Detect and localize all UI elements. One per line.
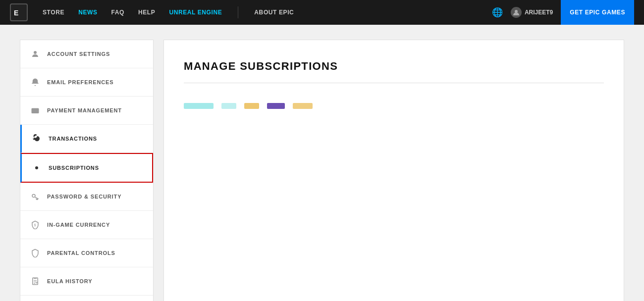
loading-bar-2 xyxy=(221,103,236,109)
page-title: MANAGE SUBSCRIPTIONS xyxy=(184,60,604,73)
svg-text:E: E xyxy=(14,9,18,17)
globe-icon[interactable]: 🌐 xyxy=(492,7,503,18)
get-epic-button[interactable]: GET EPIC GAMES xyxy=(561,0,634,25)
sidebar-item-subscriptions[interactable]: SUBSCRIPTIONS xyxy=(20,153,153,183)
nav-about-epic[interactable]: ABOUT EPIC xyxy=(254,9,294,16)
main-layout: ACCOUNT SETTINGS EMAIL PREFERENCES PAYME… xyxy=(0,25,644,301)
history-icon xyxy=(32,134,42,144)
loading-bar-1 xyxy=(184,103,214,109)
nav-unreal-engine[interactable]: UNREAL ENGINE xyxy=(169,9,222,16)
bell-icon xyxy=(30,77,40,87)
main-content: MANAGE SUBSCRIPTIONS xyxy=(163,40,624,301)
nav-divider xyxy=(238,6,238,18)
clipboard-icon xyxy=(30,276,40,286)
loading-bar-4 xyxy=(267,103,285,109)
wallet-icon xyxy=(30,105,40,115)
shield-dollar-icon: $ xyxy=(30,220,40,230)
nav-help[interactable]: HELP xyxy=(138,9,155,16)
sidebar-item-email-preferences[interactable]: EMAIL PREFERENCES xyxy=(20,68,153,97)
loading-bar-3 xyxy=(244,103,259,109)
sidebar-item-account-settings[interactable]: ACCOUNT SETTINGS xyxy=(20,40,153,68)
nav-store[interactable]: STORE xyxy=(43,9,64,16)
sidebar: ACCOUNT SETTINGS EMAIL PREFERENCES PAYME… xyxy=(20,40,154,301)
sidebar-item-parental-controls[interactable]: PARENTAL CONTROLS xyxy=(20,239,153,267)
username: ARIJEET9 xyxy=(525,9,553,16)
nav-news[interactable]: NEWS xyxy=(78,9,97,16)
nav-faq[interactable]: FAQ xyxy=(111,9,124,16)
sidebar-item-in-game-currency[interactable]: $ IN-GAME CURRENCY xyxy=(20,211,153,239)
loading-bars xyxy=(184,103,604,109)
sidebar-item-apps-accounts[interactable]: APPS AND ACCOUNTS xyxy=(20,296,153,301)
user-area[interactable]: ARIJEET9 xyxy=(511,7,553,18)
sidebar-item-payment-management[interactable]: PAYMENT MANAGEMENT xyxy=(20,97,153,125)
svg-rect-4 xyxy=(36,111,38,112)
epic-logo[interactable]: E xyxy=(10,3,28,21)
topnav: E STORE NEWS FAQ HELP UNREAL ENGINE ABOU… xyxy=(0,0,644,25)
loading-bar-5 xyxy=(293,103,313,109)
svg-point-6 xyxy=(32,195,35,198)
sidebar-item-password-security[interactable]: PASSWORD & SECURITY xyxy=(20,183,153,211)
svg-point-2 xyxy=(34,51,37,54)
shield-icon xyxy=(30,248,40,258)
svg-point-5 xyxy=(35,166,38,169)
sidebar-item-eula-history[interactable]: EULA HISTORY xyxy=(20,267,153,296)
nav-links: STORE NEWS FAQ HELP UNREAL ENGINE ABOUT … xyxy=(43,6,477,18)
key-icon xyxy=(30,192,40,201)
subscriptions-icon xyxy=(32,163,42,173)
avatar xyxy=(511,7,522,18)
content-divider xyxy=(184,83,604,83)
nav-right: 🌐 ARIJEET9 GET EPIC GAMES xyxy=(492,0,634,25)
svg-rect-3 xyxy=(32,108,39,114)
svg-text:$: $ xyxy=(34,223,36,227)
person-icon xyxy=(30,49,40,59)
sidebar-item-transactions[interactable]: TRANSACTIONS xyxy=(20,125,153,153)
